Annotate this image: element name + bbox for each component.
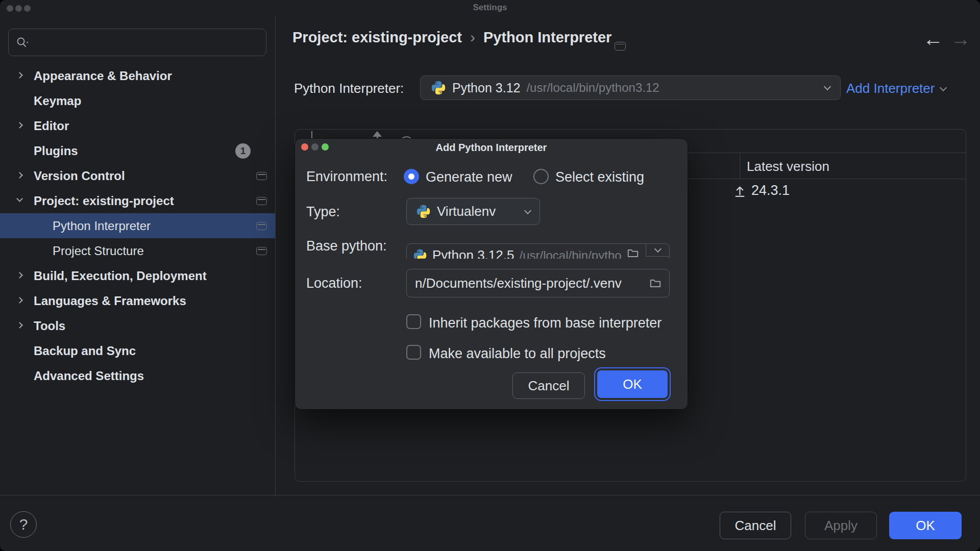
location-field[interactable] (406, 269, 670, 297)
window-title: Settings (0, 3, 980, 13)
settings-apply-button[interactable]: Apply (805, 512, 877, 539)
settings-cancel-button[interactable]: Cancel (720, 512, 791, 539)
breadcrumb-separator-icon: › (470, 29, 475, 46)
sidebar-item-label: Backup and Sync (34, 344, 136, 358)
sidebar-item-backup-and-sync[interactable]: Backup and Sync (0, 338, 275, 363)
breadcrumb: Project: existing-project › Python Inter… (292, 29, 634, 46)
python-interpreter-select[interactable]: Python 3.12 /usr/local/bin/python3.12 (420, 76, 841, 100)
project-level-icon (256, 172, 267, 180)
chevron-right-icon[interactable] (16, 72, 23, 79)
generate-new-radio[interactable] (404, 169, 419, 184)
sidebar-item-project-existing-project[interactable]: Project: existing-project (0, 188, 275, 213)
sidebar-item-label: Appearance & Behavior (34, 69, 172, 83)
base-python-name: Python 3.12.5 (432, 247, 514, 259)
make-available-checkbox[interactable] (406, 345, 421, 360)
back-arrow-button[interactable]: ← (923, 27, 943, 51)
chevron-down-icon[interactable] (16, 195, 23, 202)
interpreter-path: /usr/local/bin/python3.12 (526, 81, 819, 95)
sidebar-item-label: Advanced Settings (34, 369, 144, 383)
base-python-dropdown-button[interactable] (646, 244, 669, 257)
footer-separator (0, 495, 980, 495)
select-existing-radio-label[interactable]: Select existing (555, 169, 644, 185)
sidebar-item-version-control[interactable]: Version Control (0, 163, 275, 188)
chevron-right-icon[interactable] (16, 172, 23, 179)
search-input[interactable] (31, 35, 259, 49)
python-icon (413, 248, 427, 259)
add-python-interpreter-dialog: Add Python Interpreter Environment: Gene… (295, 139, 688, 409)
sidebar-item-python-interpreter[interactable]: Python Interpreter (0, 213, 275, 238)
type-value: Virtualenv (437, 204, 519, 219)
make-available-label[interactable]: Make available to all projects (429, 346, 606, 362)
dialog-title: Add Python Interpreter (295, 142, 688, 154)
chevron-down-icon (824, 83, 831, 90)
upgrade-arrow-icon (733, 184, 747, 197)
chevron-down-icon (654, 245, 661, 253)
chevron-right-icon[interactable] (16, 322, 23, 329)
add-interpreter-link[interactable]: Add Interpreter (846, 81, 946, 96)
sidebar-item-tools[interactable]: Tools (0, 313, 275, 338)
sidebar-item-label: Project: existing-project (34, 194, 174, 208)
project-level-icon (256, 247, 267, 255)
inherit-packages-label[interactable]: Inherit packages from base interpreter (429, 315, 662, 331)
latest-version-column-header[interactable]: Latest version (747, 159, 829, 174)
location-input[interactable] (415, 276, 644, 291)
sidebar-item-label: Python Interpreter (53, 219, 151, 233)
package-row[interactable]: 24.3.1 (733, 183, 790, 198)
environment-label: Environment: (306, 169, 387, 185)
environment-type-select[interactable]: Virtualenv (406, 198, 540, 225)
generate-new-radio-label[interactable]: Generate new (426, 169, 512, 185)
sidebar-item-project-structure[interactable]: Project Structure (0, 238, 275, 263)
sidebar-item-label: Languages & Frameworks (34, 294, 186, 308)
settings-ok-button[interactable]: OK (889, 512, 962, 539)
project-level-icon (615, 42, 626, 51)
location-label: Location: (306, 276, 362, 291)
sidebar-item-label: Keymap (34, 94, 81, 108)
sidebar-item-appearance-behavior[interactable]: Appearance & Behavior (0, 63, 275, 88)
sidebar-item-label: Project Structure (53, 244, 144, 258)
chevron-down-icon (940, 84, 947, 91)
sidebar-item-keymap[interactable]: Keymap (0, 88, 275, 113)
sidebar-item-label: Version Control (34, 169, 125, 183)
sidebar-item-advanced-settings[interactable]: Advanced Settings (0, 363, 275, 388)
plugins-count-badge: 1 (235, 143, 251, 159)
folder-icon[interactable] (649, 277, 662, 290)
settings-search-field[interactable] (8, 29, 266, 56)
dialog-ok-focus-ring: OK (594, 367, 671, 401)
sidebar-divider (275, 17, 276, 495)
latest-version-value: 24.3.1 (751, 183, 790, 198)
chevron-right-icon[interactable] (16, 122, 23, 129)
virtualenv-icon (416, 204, 431, 219)
dialog-cancel-button[interactable]: Cancel (512, 372, 585, 399)
help-button[interactable]: ? (10, 511, 37, 538)
sidebar-item-label: Editor (34, 119, 69, 133)
python-icon (431, 80, 446, 95)
select-existing-radio[interactable] (533, 169, 549, 184)
sidebar-item-label: Build, Execution, Deployment (34, 269, 207, 283)
project-level-icon (256, 197, 267, 205)
sidebar-item-label: Tools (34, 319, 65, 333)
sidebar-item-editor[interactable]: Editor (0, 113, 275, 138)
project-level-icon (256, 222, 267, 230)
interpreter-name: Python 3.12 (452, 81, 520, 95)
search-icon (16, 36, 31, 48)
sidebar-item-languages-frameworks[interactable]: Languages & Frameworks (0, 288, 275, 313)
sidebar-item-build-execution-deployment[interactable]: Build, Execution, Deployment (0, 263, 275, 288)
base-python-select[interactable]: Python 3.12.5 /usr/local/bin/pytho (406, 243, 670, 259)
chevron-down-icon (524, 207, 531, 214)
column-divider (740, 153, 740, 179)
type-label: Type: (306, 204, 340, 220)
dialog-ok-button[interactable]: OK (597, 370, 668, 398)
chevron-right-icon[interactable] (16, 272, 23, 279)
forward-arrow-button[interactable]: → (950, 27, 971, 51)
settings-window: Settings Appearance & Behavior Keymap Ed… (0, 0, 980, 551)
sidebar-item-plugins[interactable]: Plugins 1 (0, 138, 275, 163)
folder-icon[interactable] (626, 246, 640, 259)
sidebar-item-label: Plugins (34, 144, 78, 158)
inherit-packages-checkbox[interactable] (406, 314, 421, 329)
breadcrumb-project[interactable]: Project: existing-project (292, 29, 462, 46)
base-python-label: Base python: (306, 238, 387, 254)
breadcrumb-page-title: Python Interpreter (483, 29, 611, 46)
base-python-path: /usr/local/bin/pytho (519, 248, 621, 259)
chevron-right-icon[interactable] (16, 297, 23, 304)
python-interpreter-label: Python Interpreter: (294, 81, 404, 96)
